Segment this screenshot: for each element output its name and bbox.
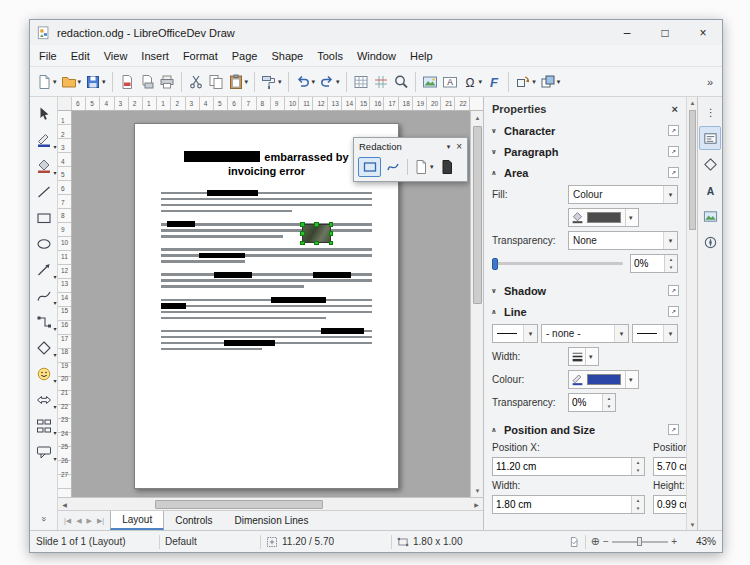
arrow-end-select[interactable]: ▾	[632, 324, 678, 343]
sidebar-settings-button[interactable]: ⋮	[699, 100, 721, 124]
connectors-button[interactable]: ▾	[31, 309, 57, 335]
block-arrows-button[interactable]: ▾	[31, 387, 57, 413]
section-paragraph[interactable]: ∨ Paragraph ↗	[484, 141, 686, 162]
shapes-deck-button[interactable]	[699, 152, 721, 176]
section-shadow[interactable]: ∨ Shadow ↗	[484, 280, 686, 301]
zoom-slider[interactable]: − +	[600, 536, 680, 547]
chevron-down-icon[interactable]: ▾	[663, 186, 677, 203]
dropdown-arrow-icon[interactable]: ▾	[312, 78, 316, 86]
fill-color-picker[interactable]: ▾	[568, 208, 639, 227]
redaction-bar[interactable]	[271, 297, 326, 303]
fill-type-select[interactable]: Colour ▾	[568, 185, 678, 204]
dropdown-arrow-icon[interactable]: ▾	[53, 299, 56, 306]
dialog-launcher-icon[interactable]: ↗	[668, 424, 679, 435]
menu-format[interactable]: Format	[176, 48, 225, 64]
dropdown-arrow-icon[interactable]: ▾	[245, 78, 249, 86]
transparency-slider-track[interactable]	[492, 262, 623, 265]
properties-deck-button[interactable]	[699, 126, 721, 150]
zoom-button[interactable]	[391, 70, 411, 94]
zoom-percentage[interactable]: 43%	[680, 536, 716, 547]
redaction-toolbar-close-button[interactable]: ×	[456, 141, 462, 152]
arrange-button[interactable]: ▾	[538, 70, 563, 94]
dropdown-arrow-icon[interactable]: ▾	[78, 78, 82, 86]
basic-shapes-button[interactable]: ▾	[31, 335, 57, 361]
dropdown-arrow-icon[interactable]: ▾	[557, 78, 561, 86]
maximize-button[interactable]: □	[646, 20, 684, 45]
horizontal-ruler[interactable]: 6543211234567891011121314151617181920212…	[72, 97, 483, 110]
sidebar-scrollbar[interactable]: ▲ ▼	[686, 97, 697, 530]
redaction-bar[interactable]	[313, 272, 351, 278]
clone-formatting-button[interactable]: ▾	[259, 70, 284, 94]
menu-window[interactable]: Window	[350, 48, 403, 64]
transparency-slider-thumb[interactable]	[492, 258, 498, 270]
arrow-start-select[interactable]: ▾	[492, 324, 538, 343]
lines-and-arrows-button[interactable]: ▾	[31, 257, 57, 283]
menu-help[interactable]: Help	[403, 48, 440, 64]
export-pdf-button[interactable]	[117, 70, 137, 94]
navigator-deck-button[interactable]	[699, 230, 721, 254]
menu-page[interactable]: Page	[225, 48, 265, 64]
width-input[interactable]	[493, 499, 631, 510]
redacted-export-direct-button[interactable]	[436, 157, 459, 177]
callout-shapes-button[interactable]: ▾	[31, 439, 57, 465]
chevron-down-icon[interactable]: ▾	[585, 348, 596, 365]
vertical-scroll-track[interactable]	[471, 124, 483, 484]
sidebar-close-button[interactable]: ×	[672, 103, 678, 115]
redaction-bar[interactable]	[207, 190, 258, 196]
selection-handle[interactable]	[329, 222, 334, 227]
spin-up-icon[interactable]: ▲	[632, 458, 644, 467]
dropdown-arrow-icon[interactable]: ▾	[53, 403, 56, 410]
last-slide-button[interactable]: ▶|	[97, 517, 104, 525]
dropdown-arrow-icon[interactable]: ▾	[102, 78, 106, 86]
gallery-deck-button[interactable]	[699, 204, 721, 228]
selected-image[interactable]	[303, 225, 330, 242]
menu-edit[interactable]: Edit	[64, 48, 97, 64]
section-line[interactable]: ∧ Line ↗	[484, 301, 686, 322]
transparency-input[interactable]	[631, 258, 664, 269]
menu-tools[interactable]: Tools	[310, 48, 350, 64]
symbol-shapes-button[interactable]: ▾	[31, 361, 57, 387]
chevron-down-icon[interactable]: ▾	[663, 232, 677, 249]
horizontal-scrollbar[interactable]: ◀ ▶	[58, 497, 483, 510]
save-button[interactable]: ▾	[83, 70, 108, 94]
tab-controls[interactable]: Controls	[164, 511, 223, 530]
redaction-bar[interactable]	[321, 328, 363, 334]
dropdown-arrow-icon[interactable]: ▾	[53, 351, 56, 358]
vertical-scrollbar[interactable]: ▲ ▼	[470, 111, 483, 497]
title-redaction-box[interactable]	[184, 151, 260, 162]
chevron-down-icon[interactable]: ▾	[663, 325, 677, 342]
previous-slide-button[interactable]: ◀	[76, 517, 81, 525]
ellipse-button[interactable]	[31, 231, 57, 257]
horizontal-scroll-track[interactable]	[71, 498, 470, 510]
fit-slide-icon[interactable]: ⊕	[591, 535, 600, 548]
curves-and-polygons-button[interactable]: ▾	[31, 283, 57, 309]
insert-line-button[interactable]	[31, 179, 57, 205]
selection-handle[interactable]	[329, 241, 334, 246]
zoom-in-button[interactable]: +	[668, 536, 680, 547]
dropdown-arrow-icon[interactable]: ▾	[532, 78, 536, 86]
print-button[interactable]	[157, 70, 177, 94]
section-position-size[interactable]: ∧ Position and Size ↗	[484, 419, 686, 440]
canvas[interactable]: embarrassed by invoicing error	[72, 111, 470, 497]
cut-button[interactable]	[186, 70, 206, 94]
toolbar-overflow-button[interactable]: »	[707, 76, 718, 88]
transparency-slider[interactable]	[492, 262, 623, 265]
tab-layout[interactable]: Layout	[110, 511, 164, 530]
spin-up-icon[interactable]: ▲	[603, 394, 615, 403]
tab-dimension-lines[interactable]: Dimension Lines	[223, 511, 319, 530]
redaction-bar[interactable]	[199, 253, 245, 259]
rectangle-redaction-button[interactable]	[358, 157, 381, 177]
zoom-slider-thumb[interactable]	[637, 537, 642, 546]
insert-text-box-button[interactable]: A	[440, 70, 460, 94]
undo-button[interactable]: ▾	[293, 70, 318, 94]
redaction-bar[interactable]	[167, 221, 194, 227]
copy-button[interactable]	[206, 70, 226, 94]
spin-down-icon[interactable]: ▼	[632, 505, 644, 514]
new-document-button[interactable]: ▾	[34, 70, 59, 94]
menu-file[interactable]: File	[32, 48, 64, 64]
menu-view[interactable]: View	[97, 48, 135, 64]
menu-insert[interactable]: Insert	[134, 48, 176, 64]
styles-deck-button[interactable]: A	[699, 178, 721, 202]
chevron-down-icon[interactable]: ▾	[625, 209, 636, 226]
redaction-toolbar-titlebar[interactable]: Redaction ▾ ×	[354, 138, 467, 155]
